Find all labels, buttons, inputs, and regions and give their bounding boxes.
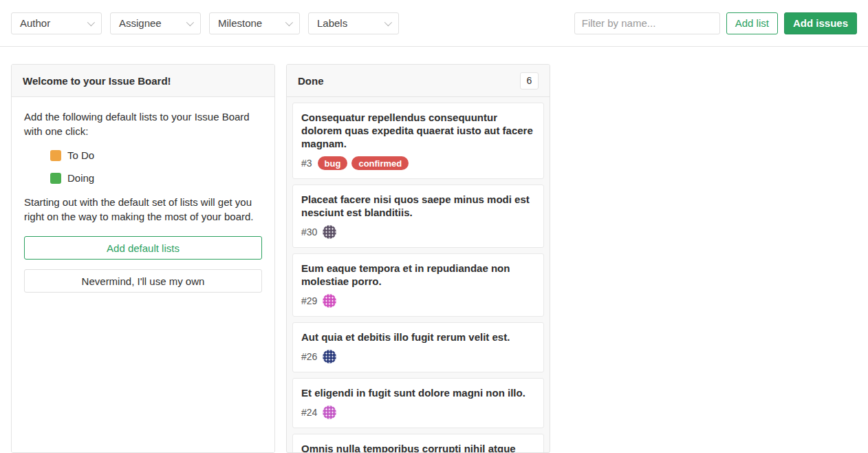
toolbar-right-group: Add list Add issues (574, 12, 857, 34)
issue-labels: bugconfirmed (318, 156, 413, 170)
issue-card[interactable]: Eum eaque tempora et in repudiandae non … (292, 253, 544, 317)
issue-card-title[interactable]: Placeat facere nisi quos saepe minus mod… (301, 193, 535, 219)
chevron-down-icon (384, 18, 392, 25)
milestone-filter-label: Milestone (218, 17, 262, 29)
issue-label[interactable]: confirmed (351, 156, 409, 170)
add-issues-button[interactable]: Add issues (784, 12, 857, 34)
issue-card[interactable]: Consequatur repellendus consequuntur dol… (292, 103, 544, 179)
welcome-panel-header: Welcome to your Issue Board! (12, 65, 274, 97)
default-list-doing: Doing (50, 171, 262, 185)
issue-number: #3 (301, 158, 312, 169)
todo-list-label: To Do (67, 148, 94, 162)
assignee-avatar[interactable] (323, 294, 336, 308)
issue-card[interactable]: Et eligendi in fugit sunt dolore magni n… (292, 378, 544, 428)
filter-toolbar: Author Assignee Milestone Labels Add lis… (0, 0, 868, 47)
default-list-todo: To Do (50, 148, 262, 162)
milestone-filter-dropdown[interactable]: Milestone (209, 12, 300, 34)
issue-board: Welcome to your Issue Board! Add the fol… (0, 47, 868, 453)
issue-card[interactable]: Aut quia et debitis illo fugit rerum vel… (292, 322, 544, 372)
welcome-panel-body: Add the following default lists to your … (12, 97, 274, 452)
issue-number: #30 (301, 226, 317, 238)
issue-card[interactable]: Omnis nulla temporibus corrupti nihil at… (292, 434, 544, 452)
doing-list-label: Doing (67, 171, 94, 185)
issue-card-footer: #24 (301, 405, 535, 419)
issue-card-footer: #29 (301, 294, 535, 308)
issue-card-title[interactable]: Consequatur repellendus consequuntur dol… (301, 111, 535, 150)
issue-count-badge: 6 (520, 72, 539, 89)
assignee-filter-label: Assignee (119, 17, 162, 29)
welcome-intro-text: Add the following default lists to your … (24, 109, 262, 138)
issue-card[interactable]: Placeat facere nisi quos saepe minus mod… (292, 185, 544, 248)
issue-number: #29 (301, 295, 317, 306)
done-list-title: Done (298, 75, 324, 87)
nevermind-button[interactable]: Nevermind, I'll use my own (24, 269, 262, 293)
labels-filter-label: Labels (317, 17, 347, 29)
issue-card-footer: #26 (301, 350, 535, 364)
chevron-down-icon (87, 18, 95, 25)
welcome-outro-text: Starting out with the default set of lis… (24, 195, 262, 224)
done-list-header: Done 6 (287, 65, 550, 97)
assignee-avatar[interactable] (323, 405, 336, 419)
filter-by-name-input[interactable] (574, 12, 720, 34)
assignee-avatar[interactable] (323, 350, 336, 364)
chevron-down-icon (285, 18, 293, 25)
issue-card-title[interactable]: Omnis nulla temporibus corrupti nihil at… (301, 442, 535, 452)
add-default-lists-button[interactable]: Add default lists (24, 236, 262, 260)
issue-card-title[interactable]: Aut quia et debitis illo fugit rerum vel… (301, 330, 535, 344)
todo-color-swatch (50, 150, 61, 161)
welcome-panel: Welcome to your Issue Board! Add the fol… (11, 64, 275, 453)
author-filter-label: Author (20, 17, 50, 29)
assignee-filter-dropdown[interactable]: Assignee (110, 12, 201, 34)
default-lists: To Do Doing (50, 148, 262, 185)
welcome-panel-title: Welcome to your Issue Board! (23, 75, 171, 87)
board-card-list: Consequatur repellendus consequuntur dol… (287, 97, 550, 452)
assignee-avatar[interactable] (323, 225, 336, 239)
issue-label[interactable]: bug (318, 156, 348, 170)
author-filter-dropdown[interactable]: Author (11, 12, 102, 34)
add-list-button[interactable]: Add list (726, 12, 778, 34)
doing-color-swatch (50, 173, 61, 184)
issue-card-footer: #3 bugconfirmed (301, 156, 535, 170)
issue-card-title[interactable]: Et eligendi in fugit sunt dolore magni n… (301, 386, 535, 399)
issue-number: #24 (301, 407, 317, 418)
issue-card-title[interactable]: Eum eaque tempora et in repudiandae non … (301, 262, 535, 288)
issue-card-footer: #30 (301, 225, 535, 239)
board-list-done: Done 6 Consequatur repellendus consequun… (286, 64, 550, 453)
labels-filter-dropdown[interactable]: Labels (308, 12, 399, 34)
issue-number: #26 (301, 351, 317, 362)
chevron-down-icon (186, 18, 194, 25)
